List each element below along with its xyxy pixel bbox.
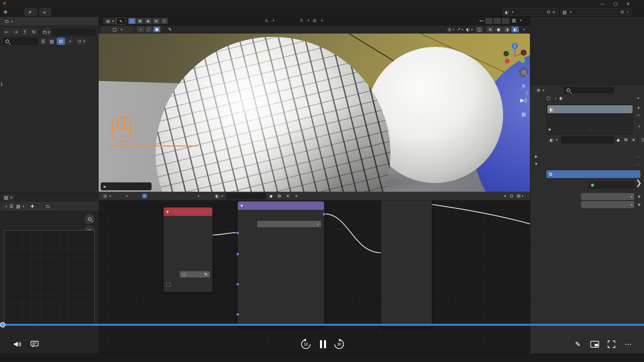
scene-selector[interactable]: ◐▾ ⧉ ✕ xyxy=(502,8,558,16)
file-browser-type-icon[interactable]: 🗀▾ xyxy=(3,18,15,25)
eyedropper-icon[interactable]: ✎ xyxy=(168,27,172,32)
progress-handle[interactable] xyxy=(0,322,5,327)
forward-icon[interactable]: → xyxy=(12,28,20,36)
select-subtract-icon[interactable]: ▣ xyxy=(144,18,152,24)
copy-icon[interactable]: ⧉ xyxy=(621,9,624,15)
select-intersect-icon[interactable]: ◫ xyxy=(160,18,168,24)
pause-icon[interactable] xyxy=(317,338,329,351)
camera-view-icon[interactable]: ▶▯ xyxy=(519,95,529,105)
copy-icon[interactable]: ⧉ xyxy=(547,9,550,15)
add-slot-button[interactable]: + xyxy=(635,104,642,111)
close-icon[interactable]: ✕ xyxy=(626,1,630,6)
browse-image-icon[interactable]: ▤▾ xyxy=(16,204,24,209)
subsurface-method-dropdown[interactable]: ▾ xyxy=(581,201,634,208)
mirror-y-button[interactable] xyxy=(493,18,501,24)
export-button[interactable]: ➚ xyxy=(24,8,38,16)
specials-filter-icon[interactable]: ▽▾ xyxy=(639,136,644,143)
new-image-button[interactable]: ✚ xyxy=(27,203,39,210)
material-slot-item[interactable]: ◐ xyxy=(547,105,633,113)
use-nodes-button[interactable]: ⧉ xyxy=(546,170,640,178)
location-input-socket[interactable] xyxy=(236,252,239,256)
pin-icon[interactable]: ⌖ xyxy=(637,96,639,101)
progress-bar-track[interactable] xyxy=(0,324,644,326)
snap-icon[interactable]: ⌖ xyxy=(504,193,506,199)
mode-dropdown[interactable]: ▢ ▾ xyxy=(101,26,134,33)
view-menu[interactable]: ▾ xyxy=(3,205,7,208)
zoom-icon[interactable] xyxy=(85,214,95,224)
active-tool-icon[interactable]: ↖ xyxy=(116,17,126,25)
solid-shading-icon[interactable]: ● xyxy=(494,26,502,33)
vector-input-socket[interactable] xyxy=(236,231,239,235)
scale-input-socket[interactable] xyxy=(236,313,239,316)
distribution-dropdown[interactable]: ▾ xyxy=(581,193,634,200)
path-field[interactable] xyxy=(52,28,96,36)
wireframe-shading-icon[interactable]: ⊕ xyxy=(486,26,494,33)
vector-output-socket[interactable] xyxy=(322,213,326,216)
vertex-select-icon[interactable]: ∙ xyxy=(137,26,145,33)
sidebar-collapse-icon[interactable]: ❮ xyxy=(525,90,529,95)
slot-specials-icon[interactable]: ▶ xyxy=(549,127,551,131)
proportional-edit-icon[interactable]: ◎ xyxy=(313,18,316,23)
vertical-list-icon[interactable]: ☰ xyxy=(39,38,47,45)
browse-material-icon[interactable]: ◐▾ xyxy=(213,193,225,199)
options-dropdown[interactable]: ▥ ▾ xyxy=(512,18,522,23)
editor-corner-icon[interactable]: ▤▾ xyxy=(2,194,14,200)
animate-dot[interactable] xyxy=(638,203,640,206)
gizmos-icon[interactable]: ↗▾ xyxy=(457,27,463,32)
select-difference-icon[interactable]: ▨ xyxy=(152,18,160,24)
surface-shader-field[interactable] xyxy=(588,181,634,189)
thumbnail-view-icon[interactable]: ⊟ xyxy=(57,38,65,45)
editor-type-icon[interactable]: ⊞▾ xyxy=(103,18,117,24)
panel-grip[interactable]: :::: xyxy=(636,155,642,159)
eyedropper-icon[interactable]: ✎ xyxy=(204,272,208,277)
horizontal-list-icon[interactable]: ▤ xyxy=(48,38,56,45)
overlay-options-icon[interactable]: ◐▾ xyxy=(466,27,473,32)
edit-icon[interactable]: ✎ xyxy=(572,339,584,349)
mirror-z-button[interactable] xyxy=(502,18,509,24)
refresh-icon[interactable]: ↻ xyxy=(30,28,38,36)
more-icon[interactable]: ⋯ xyxy=(623,339,634,349)
image-canvas[interactable] xyxy=(4,230,95,324)
rendered-shading-icon[interactable]: ◐ xyxy=(511,26,519,33)
move-view-hand-icon[interactable]: ✋︎ xyxy=(519,81,529,91)
expand-chevron-icon[interactable]: ❯ xyxy=(636,179,642,187)
mapping-node[interactable]: ▼ ▾ xyxy=(237,201,324,326)
remove-slot-button[interactable]: − xyxy=(635,112,642,118)
panel-grip[interactable]: :::: xyxy=(636,163,642,166)
orthographic-grid-icon[interactable]: ⊞ xyxy=(519,109,529,119)
volume-icon[interactable] xyxy=(12,339,23,349)
transform-orientation[interactable]: ∟ ▾ xyxy=(265,18,274,23)
from-instancer-row[interactable] xyxy=(166,281,172,288)
close-icon[interactable]: ✕ xyxy=(552,10,556,15)
shader-type-dropdown[interactable]: ▾ xyxy=(115,193,136,199)
operator-panel[interactable]: ▶ xyxy=(101,182,152,190)
mapping-type-dropdown[interactable]: ▾ xyxy=(257,221,321,227)
new-material-copy-icon[interactable]: ⧉ xyxy=(622,136,630,143)
edge-select-icon[interactable]: ╱ xyxy=(145,26,153,33)
object-picker-field[interactable]: ▢✎ xyxy=(180,271,210,278)
properties-type-icon[interactable]: ⚙▾ xyxy=(534,87,547,94)
node-header[interactable]: ▼ xyxy=(238,201,324,210)
overlays-icon[interactable]: ⊞▾ xyxy=(517,193,523,198)
brick-texture-node[interactable] xyxy=(381,200,432,326)
minimize-icon[interactable]: — xyxy=(600,1,605,6)
shader-editor[interactable]: ◎▾ ▾ ✓ ▾ ◐▾ ◆ ⧉ ✕ ⌖ ⌖ ∅ ⊞▾ xyxy=(99,192,530,362)
open-image-button[interactable]: 🗀 xyxy=(42,203,55,210)
checkbox-icon[interactable] xyxy=(166,283,170,287)
show-overlays-icon[interactable]: ◎▾ xyxy=(447,27,454,32)
pin-icon[interactable]: ⌖ xyxy=(295,193,298,199)
select-new-icon[interactable]: ▢ xyxy=(128,18,136,24)
fullscreen-icon[interactable] xyxy=(606,339,617,349)
xray-toggle-icon[interactable]: ◫ xyxy=(475,26,483,33)
proportional-icon[interactable]: ∅ xyxy=(509,193,513,198)
unlink-icon[interactable]: ✕ xyxy=(284,193,291,199)
display-size-dropdown[interactable]: ▾ xyxy=(66,38,73,45)
menus-icon[interactable]: ☰ xyxy=(10,204,14,209)
mini-player-icon[interactable] xyxy=(589,339,600,349)
face-select-icon[interactable]: ■ xyxy=(153,26,161,33)
preview-panel-header[interactable]: ▶ xyxy=(535,155,540,158)
select-extend-icon[interactable]: ▩ xyxy=(136,18,144,24)
filter-icon[interactable]: ▽▾ xyxy=(76,38,87,45)
import-button[interactable]: » xyxy=(39,8,51,16)
subtitles-icon[interactable] xyxy=(29,339,40,349)
